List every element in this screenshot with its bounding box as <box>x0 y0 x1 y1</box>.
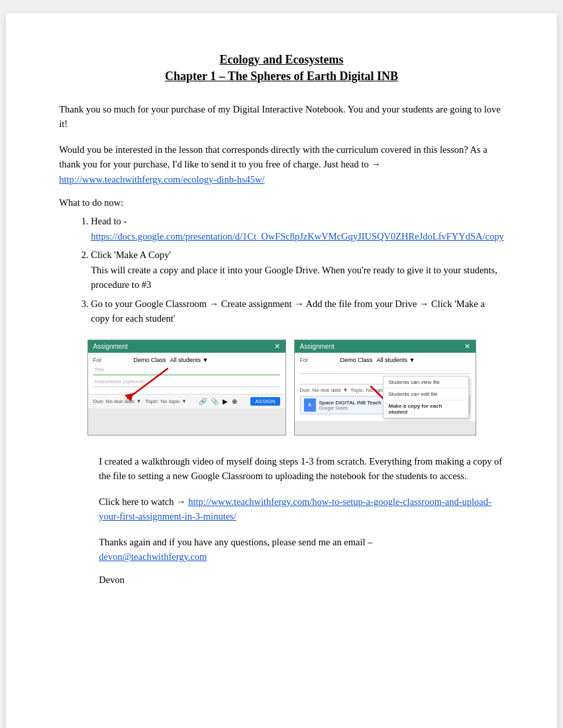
ss-right-due: Due: No due date ▼ <box>300 387 348 393</box>
walkthrough-section: I created a walkthrough video of myself … <box>99 454 503 586</box>
ss-left-icon2: 📎 <box>211 398 219 405</box>
ss-right-title-row <box>300 366 470 374</box>
step2-text: This will create a copy and place it int… <box>91 265 497 290</box>
step-3: Go to your Google Classroom → Create ass… <box>91 296 503 326</box>
ss-left-icon4: ⊕ <box>232 398 237 405</box>
ss-left-header: Assignment ✕ <box>88 340 285 353</box>
ss-left-assign-btn[interactable]: ASSIGN <box>250 397 280 406</box>
ss-left-instructions-placeholder: Instructions (optional) <box>93 379 145 385</box>
step-2: Click 'Make A Copy' This will create a c… <box>91 248 503 292</box>
intro-paragraph: Thank you so much for your purchase of m… <box>59 102 503 132</box>
walkthrough-paragraph: I created a walkthrough video of myself … <box>99 454 503 484</box>
ss-dropdown-item1: Students can view file <box>384 377 468 388</box>
ss-left-title: Assignment <box>93 343 128 350</box>
ss-left-icon3: ▶ <box>223 398 228 405</box>
ss-dropdown-item2: Students can edit file <box>384 388 468 400</box>
ss-left-title-field: Title <box>93 366 280 375</box>
screenshots-container: Assignment ✕ For Demo Class All students… <box>59 340 503 435</box>
header: Ecology and Ecosystems Chapter 1 – The S… <box>59 53 503 83</box>
offer-link[interactable]: http://www.teachwithfergy.com/ecology-di… <box>59 174 264 185</box>
ss-right-title: Assignment <box>300 343 334 350</box>
ss-left-title-row: Title <box>93 366 280 375</box>
ss-left-for-label: For <box>93 357 130 363</box>
ss-left-instructions-field: Instructions (optional) <box>93 378 280 387</box>
ss-left-topic: Topic: No topic ▼ <box>145 398 187 404</box>
screenshot-right: Assignment ✕ For Demo Class All students… <box>294 340 476 435</box>
step1-link[interactable]: https://docs.google.com/presentation/d/1… <box>91 231 503 242</box>
click-watch-text: Click here to watch → <box>99 496 185 507</box>
thanks-paragraph: Thanks again and if you have any questio… <box>99 535 503 565</box>
ss-left-students: All students ▼ <box>170 357 209 363</box>
ss-left-footer: Due: No due date ▼ Topic: No topic ▼ 🔗 📎… <box>88 394 285 408</box>
ss-right-for-row: For Demo Class All students ▼ <box>300 357 470 363</box>
ss-right-dropdown: Students can view file Students can edit… <box>383 376 469 418</box>
email-link[interactable]: devon@teachwithfergy.com <box>99 551 207 562</box>
ss-file-icon-letter: S <box>308 402 311 407</box>
ss-right-header: Assignment ✕ <box>295 340 476 353</box>
ss-right-for-label: For <box>300 357 336 363</box>
thanks-text: Thanks again and if you have any questio… <box>99 537 372 547</box>
page-title: Ecology and Ecosystems <box>59 53 503 67</box>
offer-text: Would you be interested in the lesson th… <box>59 144 487 169</box>
ss-left-body: For Demo Class All students ▼ Title Inst… <box>88 353 285 394</box>
ss-dropdown-item3: Make a copy for each student <box>384 400 468 418</box>
ss-left-instructions-row: Instructions (optional) <box>93 378 280 387</box>
offer-paragraph: Would you be interested in the lesson th… <box>59 142 503 187</box>
step-1: Head to - https://docs.google.com/presen… <box>91 214 503 244</box>
ss-right-class: Demo Class <box>340 357 373 363</box>
ss-file-icon: S <box>304 398 316 412</box>
steps-list: Head to - https://docs.google.com/presen… <box>91 214 503 326</box>
watch-paragraph: Click here to watch → http://www.teachwi… <box>99 494 503 524</box>
ss-left-title-placeholder: Title <box>93 367 105 373</box>
ss-left-close: ✕ <box>274 342 280 351</box>
step1-label: Head to - <box>91 216 127 226</box>
ss-right-title-field <box>300 366 470 374</box>
ss-right-students: All students ▼ <box>377 357 415 363</box>
page: Ecology and Ecosystems Chapter 1 – The S… <box>6 13 556 728</box>
ss-left-class: Demo Class <box>134 357 166 363</box>
ss-left-for-row: For Demo Class All students ▼ <box>93 357 280 363</box>
ss-left-icons: 🔗 📎 ▶ ⊕ ASSIGN <box>199 397 280 406</box>
ss-right-close: ✕ <box>464 342 470 351</box>
signature: Devon <box>99 574 503 586</box>
ss-left-due: Due: No due date ▼ <box>93 398 142 404</box>
step2-label: Click 'Make A Copy' <box>91 250 171 260</box>
what-to-do-label: What to do now: <box>59 197 503 208</box>
ss-left-icon1: 🔗 <box>199 398 207 405</box>
page-subtitle: Chapter 1 – The Spheres of Earth Digital… <box>59 69 503 83</box>
screenshot-left: Assignment ✕ For Demo Class All students… <box>87 340 286 435</box>
